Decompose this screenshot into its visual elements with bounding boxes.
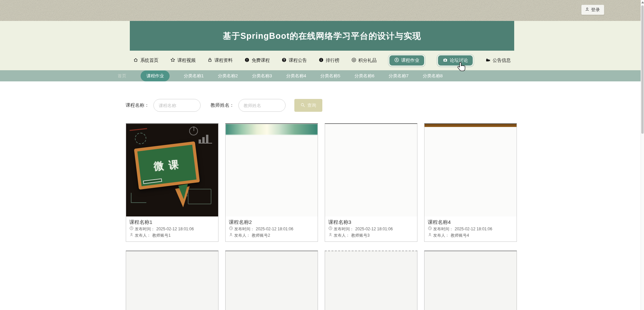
info-circle-icon [319, 57, 324, 63]
chalk-doodle [189, 127, 198, 135]
announcement-icon [486, 57, 491, 63]
course-card-info: 课程名称2 发布时间： 2025-02-12 18:01:06 发布人： 教师账… [226, 216, 318, 241]
person-icon [229, 232, 233, 239]
search-button[interactable]: 查询 [294, 99, 322, 112]
home-icon [133, 57, 138, 63]
person-icon [328, 232, 332, 239]
subnav-item-category-4[interactable]: 分类名称4 [286, 73, 306, 79]
nav-item-course-assignments[interactable]: 课程作业 [388, 54, 425, 67]
teacher-name-input[interactable] [238, 99, 286, 112]
user-icon [585, 7, 589, 12]
nav-label: 课程公告 [289, 57, 307, 63]
sub-nav: 首页 课程作业 分类名称1 分类名称2 分类名称3 分类名称4 分类名称5 分类… [0, 70, 644, 81]
course-card-7-loading[interactable] [325, 251, 417, 310]
subnav-item-category-8[interactable]: 分类名称8 [423, 73, 443, 79]
course-card-1[interactable]: 微课 课程名称1 发布时间： 2025-02-12 18:01:06 发布人： … [126, 123, 218, 242]
search-button-label: 查询 [308, 102, 316, 108]
course-publish-time: 发布时间： 2025-02-12 18:01:06 [328, 226, 414, 232]
course-card-8-loading[interactable] [424, 251, 517, 310]
login-button[interactable]: 登录 [581, 5, 604, 15]
nav-label: 课程视频 [177, 57, 196, 63]
vertical-scrollbar[interactable] [641, 0, 644, 310]
course-image-blackboard: 微课 [126, 124, 218, 216]
course-title[interactable]: 课程名称3 [328, 218, 414, 226]
course-title[interactable]: 课程名称2 [229, 218, 314, 226]
person-icon [428, 232, 432, 239]
time-value: 2025-02-12 18:01:06 [156, 226, 194, 232]
nav-item-course-materials[interactable]: 课程资料 [207, 57, 233, 63]
time-value: 2025-02-12 18:01:06 [455, 226, 492, 232]
clock-icon [328, 226, 332, 232]
nav-label: 免费课程 [252, 57, 270, 63]
scrollbar-thumb[interactable] [641, 5, 644, 134]
teacher-name-label: 教师姓名： [211, 102, 234, 108]
image-strip [425, 124, 517, 127]
course-title[interactable]: 课程名称4 [428, 218, 513, 226]
subnav-item-home[interactable]: 首页 [118, 73, 126, 79]
nav-label: 公告信息 [493, 57, 511, 63]
nav-item-course-videos[interactable]: 课程视频 [170, 57, 196, 63]
image-strip [226, 124, 318, 135]
page-background-texture [0, 0, 644, 21]
chalk-doodle [199, 134, 212, 144]
nav-label: 课程作业 [401, 57, 419, 63]
course-publisher: 发布人： 教师账号3 [328, 232, 414, 239]
publisher-value: 教师账号2 [252, 232, 270, 239]
clock-icon [229, 226, 233, 232]
course-name-input[interactable] [153, 99, 201, 112]
chalk-tray [143, 178, 162, 184]
nav-label: 论坛讨论 [450, 57, 468, 63]
nav-label: 积分礼品 [358, 57, 377, 63]
clock-icon [428, 226, 432, 232]
course-publisher: 发布人： 教师账号4 [428, 232, 513, 239]
course-card-5-loading[interactable] [126, 251, 218, 310]
login-label: 登录 [591, 7, 600, 13]
course-card-4[interactable]: 课程名称4 发布时间： 2025-02-12 18:01:06 发布人： 教师账… [424, 123, 517, 242]
subnav-item-category-6[interactable]: 分类名称6 [354, 73, 374, 79]
course-image-partial [226, 124, 318, 216]
course-publish-time: 发布时间： 2025-02-12 18:01:06 [229, 226, 314, 232]
chalk-doodle [135, 133, 146, 144]
nav-item-system-home[interactable]: 系统首页 [133, 57, 158, 63]
course-publisher: 发布人： 教师账号1 [129, 232, 215, 239]
star-icon [170, 57, 175, 63]
nav-item-forum-discussion[interactable]: 论坛讨论 [437, 54, 474, 67]
publisher-value: 教师账号4 [451, 232, 469, 239]
search-form: 课程名称： 教师姓名： 查询 [126, 81, 519, 112]
subnav-item-category-2[interactable]: 分类名称2 [218, 73, 238, 79]
time-label: 发布时间： [334, 226, 354, 232]
publisher-label: 发布人： [234, 232, 251, 239]
publisher-value: 教师账号3 [351, 232, 370, 239]
site-title: 基于SpringBoot的在线网络学习平台的设计与实现 [223, 30, 421, 42]
time-value: 2025-02-12 18:01:06 [256, 226, 293, 232]
subnav-item-category-1[interactable]: 分类名称1 [184, 73, 204, 79]
course-title[interactable]: 课程名称1 [129, 218, 215, 226]
course-card-6-loading[interactable] [225, 251, 318, 310]
course-card-2[interactable]: 课程名称2 发布时间： 2025-02-12 18:01:06 发布人： 教师账… [225, 123, 318, 242]
blackboard-text: 微课 [150, 157, 184, 174]
nav-item-rankings[interactable]: 排行榜 [319, 57, 340, 63]
nav-item-course-announcements[interactable]: 课程公告 [282, 57, 307, 63]
subnav-item-category-5[interactable]: 分类名称5 [320, 73, 340, 79]
time-value: 2025-02-12 18:01:06 [355, 226, 393, 232]
publisher-label: 发布人： [433, 232, 449, 239]
course-publish-time: 发布时间： 2025-02-12 18:01:06 [129, 226, 215, 232]
question-circle-icon [282, 57, 287, 63]
time-label: 发布时间： [433, 226, 453, 232]
subnav-item-category-3[interactable]: 分类名称3 [252, 73, 272, 79]
subnav-item-course-assignments-active[interactable]: 课程作业 [141, 71, 170, 81]
course-card-3[interactable]: 课程名称3 发布时间： 2025-02-12 18:01:06 发布人： 教师账… [325, 123, 417, 242]
nav-item-free-courses[interactable]: 免费课程 [244, 57, 270, 63]
course-name-label: 课程名称： [126, 102, 149, 108]
nav-item-announcement-info[interactable]: 公告信息 [486, 57, 511, 63]
nav-item-points-gifts[interactable]: 积分礼品 [351, 57, 377, 63]
publisher-value: 教师账号1 [152, 232, 171, 239]
scrollbar-up-arrow[interactable] [641, 1, 644, 3]
chalk-doodle [129, 126, 147, 131]
time-label: 发布时间： [234, 226, 255, 232]
course-card-grid: 微课 课程名称1 发布时间： 2025-02-12 18:01:06 发布人： … [126, 123, 519, 310]
search-icon [300, 103, 305, 108]
site-banner: 基于SpringBoot的在线网络学习平台的设计与实现 [130, 21, 514, 51]
course-card-info: 课程名称4 发布时间： 2025-02-12 18:01:06 发布人： 教师账… [425, 216, 517, 241]
subnav-item-category-7[interactable]: 分类名称7 [388, 73, 408, 79]
